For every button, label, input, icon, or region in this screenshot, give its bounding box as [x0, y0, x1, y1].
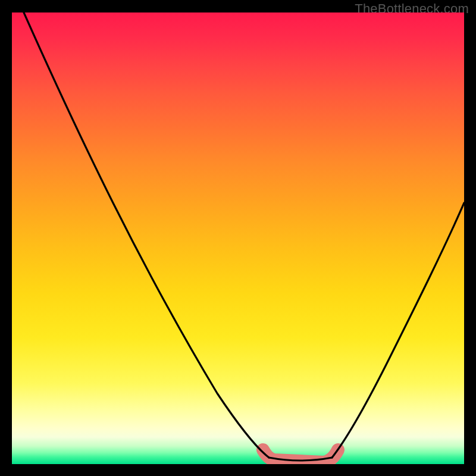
chart-stage: TheBottleneck.com: [0, 0, 476, 476]
curve-layer: [12, 12, 464, 464]
left-curve: [24, 12, 269, 458]
right-curve: [332, 203, 464, 458]
plot-area: [12, 12, 464, 464]
